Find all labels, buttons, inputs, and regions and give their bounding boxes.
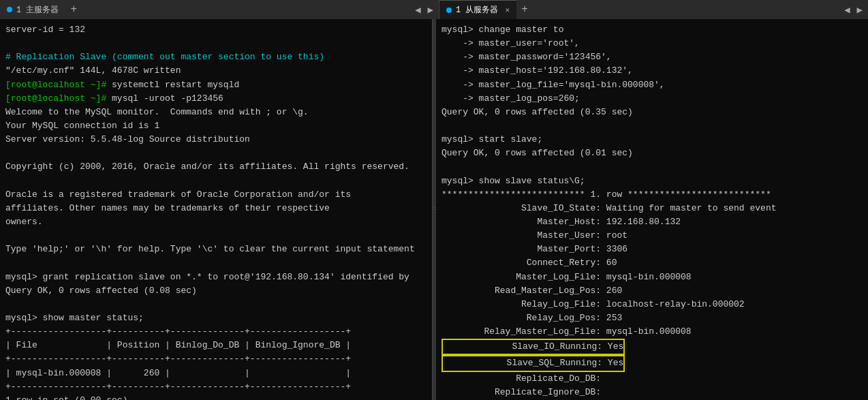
tab-nav-left: ◀ ▶ [412, 3, 439, 17]
left-terminal-line: | mysql-bin.000008 | 260 | | | [5, 367, 427, 380]
right-terminal-line: -> master_log_pos=260; [441, 92, 863, 106]
right-terminal-line: Query OK, 0 rows affected (0.35 sec) [441, 106, 863, 119]
left-terminal-line: mysql> show master status; [5, 311, 427, 325]
left-terminal-line: Server version: 5.5.48-log Source distri… [5, 133, 427, 147]
tab-bar: 1 主服务器 + ◀ ▶ 1 从服务器 ✕ + ◀ ▶ [0, 0, 868, 19]
right-terminal-line: mysql> change master to [441, 23, 863, 37]
right-terminal-line: -> master_host='192.168.80.132', [441, 64, 863, 78]
left-terminal-line: Query OK, 0 rows affected (0.08 sec) [5, 284, 427, 298]
left-terminal-line: Type 'help;' or '\h' for help. Type '\c'… [5, 243, 427, 256]
tab-close-right[interactable]: ✕ [505, 5, 510, 14]
right-terminal-line: Slave_IO_State: Waiting for master to se… [441, 202, 863, 215]
right-terminal-line: Replicate_Do_DB: [441, 372, 863, 386]
tab-master-label: 1 主服务器 [16, 4, 59, 16]
right-terminal-line: -> master_password='123456', [441, 50, 863, 64]
tab-nav-prev-right[interactable]: ◀ [841, 3, 852, 17]
right-terminal-line: mysql> show slave status\G; [441, 174, 863, 188]
left-terminal-line: +------------------+----------+---------… [5, 325, 427, 339]
tab-add-right[interactable]: + [516, 1, 533, 18]
right-terminal-line: Connect_Retry: 60 [441, 256, 863, 270]
tab-master-server[interactable]: 1 主服务器 [0, 0, 65, 19]
left-terminal-line: owners. [5, 215, 427, 229]
right-terminal-line: Relay_Log_File: localhost-relay-bin.0000… [441, 298, 863, 311]
left-terminal-line: affiliates. Other names may be trademark… [5, 202, 427, 215]
right-terminal-line: Relay_Master_Log_File: mysql-bin.000008 [441, 325, 863, 339]
main-content: server-id = 132 # Replication Slave (com… [0, 19, 868, 400]
tab-add-left[interactable]: + [65, 1, 82, 18]
right-terminal-line: Master_Log_File: mysql-bin.000008 [441, 271, 863, 284]
right-terminal-line: -> master_user='root', [441, 37, 863, 50]
right-terminal-line: mysql> start slave; [441, 133, 863, 147]
right-terminal-line: Relay_Log_Pos: 253 [441, 311, 863, 325]
tab-dot-right [446, 7, 452, 13]
left-terminal-line [5, 174, 427, 188]
left-terminal-line: +------------------+----------+---------… [5, 352, 427, 366]
left-terminal-line: server-id = 132 [5, 23, 427, 37]
right-tab-bar: 1 从服务器 ✕ + ◀ ▶ [439, 0, 868, 19]
left-terminal[interactable]: server-id = 132 # Replication Slave (com… [0, 19, 433, 400]
left-tab-bar: 1 主服务器 + ◀ ▶ [0, 0, 439, 19]
left-terminal-line [5, 229, 427, 243]
right-terminal-line: Slave_IO_Running: Yes [441, 339, 863, 355]
right-terminal-line: Master_User: root [441, 229, 863, 243]
tab-nav-next-left[interactable]: ▶ [425, 3, 436, 17]
left-terminal-line [5, 147, 427, 160]
left-terminal-line [5, 37, 427, 50]
left-terminal-line: "/etc/my.cnf" 144L, 4678C written [5, 64, 427, 78]
right-terminal-line [441, 119, 863, 133]
right-terminal-line: *************************** 1. row *****… [441, 188, 863, 202]
right-terminal-line: Query OK, 0 rows affected (0.01 sec) [441, 147, 863, 160]
right-terminal-line: Slave_SQL_Running: Yes [441, 355, 863, 371]
left-terminal-line: [root@localhost ~]# mysql -uroot -p12345… [5, 92, 427, 106]
tab-slave-label: 1 从服务器 [456, 4, 498, 16]
right-terminal[interactable]: mysql> change master to -> master_user='… [436, 19, 868, 400]
tab-nav-right: ◀ ▶ [841, 3, 868, 17]
right-terminal-line: Master_Port: 3306 [441, 243, 863, 256]
tab-dot-left [7, 7, 12, 12]
left-terminal-line: Welcome to the MySQL monitor. Commands e… [5, 106, 427, 119]
left-terminal-line [5, 298, 427, 311]
left-terminal-line: Copyright (c) 2000, 2016, Oracle and/or … [5, 160, 427, 174]
left-terminal-line: | File | Position | Binlog_Do_DB | Binlo… [5, 339, 427, 352]
left-terminal-line: # Replication Slave (comment out master … [5, 50, 427, 64]
left-terminal-line: mysql> grant replication slave on *.* to… [5, 271, 427, 284]
left-terminal-line: 1 row in set (0.00 sec) [5, 394, 427, 400]
right-terminal-line [441, 160, 863, 174]
tab-nav-next-right[interactable]: ▶ [854, 3, 865, 17]
left-terminal-line: Oracle is a registered trademark of Orac… [5, 188, 427, 202]
tab-nav-prev-left[interactable]: ◀ [412, 3, 423, 17]
left-terminal-line: +------------------+----------+---------… [5, 380, 427, 394]
left-terminal-line: Your MySQL connection id is 1 [5, 119, 427, 133]
right-terminal-line: Master_Host: 192.168.80.132 [441, 215, 863, 229]
tab-slave-server[interactable]: 1 从服务器 ✕ [439, 0, 516, 19]
left-terminal-line: [root@localhost ~]# systemctl restart my… [5, 78, 427, 92]
right-terminal-line: Read_Master_Log_Pos: 260 [441, 284, 863, 298]
left-terminal-line [5, 256, 427, 270]
right-terminal-line: Replicate_Ignore_DB: [441, 386, 863, 399]
right-terminal-line: -> master_log_file='mysql-bin.000008', [441, 78, 863, 92]
